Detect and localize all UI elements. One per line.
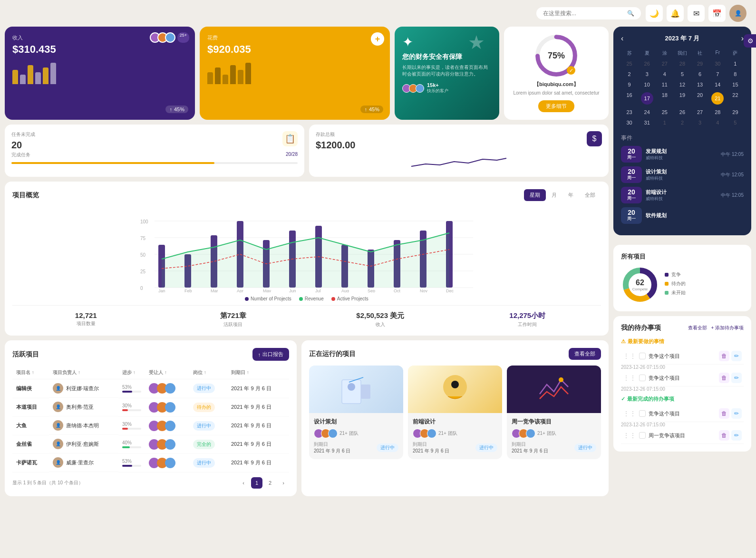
prev-page-button[interactable]: ‹	[238, 477, 249, 489]
cal-day-next[interactable]: 5	[727, 118, 744, 127]
todo-edit-1[interactable]: ✏	[731, 351, 742, 361]
cal-day-current[interactable]: 30	[621, 118, 638, 127]
cal-day-current[interactable]: 18	[656, 90, 673, 106]
event-time: 中午 12:05	[721, 192, 744, 199]
drag-icon-4[interactable]: ⋮⋮	[623, 432, 636, 439]
cal-day-current[interactable]: 3	[639, 69, 655, 79]
table-header: 活跃项目 ↑ 出口报告	[12, 348, 289, 361]
svg-text:100: 100	[140, 219, 148, 224]
project-due-cell: 2021 年 9 月 6 日	[227, 379, 289, 398]
cal-day-next[interactable]: 1	[656, 118, 673, 127]
cal-day-current[interactable]: 25	[656, 107, 673, 117]
project-status-cell: 完全的	[189, 435, 227, 453]
team-count: 21+ 团队	[438, 430, 457, 437]
drag-icon-1[interactable]: ⋮⋮	[623, 352, 636, 360]
cal-day-current[interactable]: 7	[709, 69, 726, 79]
cal-day-current[interactable]: 4	[656, 69, 673, 79]
project-name-cell: 编辑侠	[12, 379, 49, 398]
cal-day-current[interactable]: 29	[727, 107, 744, 117]
cal-day-next[interactable]: 3	[692, 118, 708, 127]
todo-delete-2[interactable]: 🗑	[719, 373, 729, 383]
cal-day-prev[interactable]: 28	[674, 59, 690, 68]
svg-text:Feb: Feb	[184, 289, 192, 292]
bar-6	[50, 63, 56, 84]
calendar-button[interactable]: 📅	[708, 5, 726, 22]
cal-day-current[interactable]: 1	[727, 59, 744, 68]
event-name: 发展规划	[646, 148, 717, 155]
todo-text-1: 竞争这个项目	[649, 353, 716, 360]
prev-month-button[interactable]: ‹	[621, 34, 623, 43]
cal-day-current[interactable]: 31	[639, 118, 655, 127]
cal-day-current[interactable]: 15	[727, 80, 744, 89]
cal-day-prev[interactable]: 30	[709, 59, 726, 68]
cal-day-current[interactable]: 21	[709, 90, 726, 106]
todo-checkbox-3[interactable]	[639, 410, 646, 417]
todo-delete-4[interactable]: 🗑	[719, 430, 729, 441]
export-button[interactable]: ↑ 出口报告	[252, 348, 290, 361]
cal-day-current[interactable]: 22	[727, 90, 744, 106]
team-row: 21+ 团队	[413, 429, 497, 438]
todo-edit-2[interactable]: ✏	[731, 373, 742, 383]
task-label: 任务未完成	[11, 131, 298, 138]
cal-day-prev[interactable]: 26	[639, 59, 655, 68]
todo-delete-3[interactable]: 🗑	[719, 408, 729, 419]
cal-day-prev[interactable]: 27	[656, 59, 673, 68]
cal-day-current[interactable]: 20	[692, 90, 708, 106]
cal-day-current[interactable]: 26	[674, 107, 690, 117]
tab-all[interactable]: 全部	[579, 189, 601, 201]
cal-day-current[interactable]: 19	[674, 90, 690, 106]
cal-day-current[interactable]: 14	[709, 80, 726, 89]
todo-edit-4[interactable]: ✏	[731, 430, 742, 441]
project-assignee-cell	[145, 416, 189, 435]
settings-button[interactable]: ⚙	[744, 34, 756, 48]
cal-day-current[interactable]: 13	[692, 80, 708, 89]
cal-day-current[interactable]: 12	[674, 80, 690, 89]
view-all-button[interactable]: 查看全部	[569, 348, 601, 360]
due-value: 2021 年 9 月 6 日	[314, 448, 350, 454]
mail-button[interactable]: ✉	[688, 5, 705, 22]
todo-delete-1[interactable]: 🗑	[719, 351, 729, 361]
cal-day-current[interactable]: 8	[727, 69, 744, 79]
cal-day-current[interactable]: 28	[709, 107, 726, 117]
todo-edit-3[interactable]: ✏	[731, 408, 742, 419]
page-1-button[interactable]: 1	[251, 477, 262, 489]
todo-checkbox-1[interactable]	[639, 353, 646, 359]
tab-month[interactable]: 月	[546, 189, 562, 201]
view-all-todo-link[interactable]: 查看全部	[688, 325, 707, 331]
cal-day-current[interactable]: 2	[621, 69, 638, 79]
tab-week[interactable]: 星期	[524, 189, 546, 201]
cal-day-current[interactable]: 27	[692, 107, 708, 117]
cal-day-current[interactable]: 9	[621, 80, 638, 89]
drag-icon-2[interactable]: ⋮⋮	[623, 374, 636, 382]
cal-day-current[interactable]: 16	[621, 90, 638, 106]
todo-checkbox-2[interactable]	[639, 375, 646, 381]
cal-day-current[interactable]: 5	[674, 69, 690, 79]
todo-text-3: 竞争这个项目	[649, 410, 716, 417]
events-title: 事件	[621, 134, 744, 142]
cal-day-current[interactable]: 10	[639, 80, 655, 89]
search-input[interactable]	[543, 10, 623, 17]
next-page-button[interactable]: ›	[278, 477, 289, 489]
cal-day-next[interactable]: 2	[674, 118, 690, 127]
cal-day-current[interactable]: 24	[639, 107, 655, 117]
drag-icon-3[interactable]: ⋮⋮	[623, 410, 636, 417]
cal-day-next[interactable]: 4	[709, 118, 726, 127]
add-todo-link[interactable]: + 添加待办事项	[711, 325, 744, 331]
add-expense-button[interactable]: +	[371, 32, 384, 46]
search-bar[interactable]: 🔍	[536, 7, 641, 19]
cal-day-current[interactable]: 17	[639, 90, 655, 106]
stat-hours-label: 工作时间	[454, 321, 601, 328]
avatar[interactable]: 👤	[729, 5, 746, 22]
cal-day-current[interactable]: 11	[656, 80, 673, 89]
cal-day-current[interactable]: 6	[692, 69, 708, 79]
tab-year[interactable]: 年	[562, 189, 579, 201]
detail-button[interactable]: 更多细节	[538, 100, 574, 112]
cal-day-current[interactable]: 23	[621, 107, 638, 117]
page-2-button[interactable]: 2	[264, 477, 276, 489]
notification-button[interactable]: 🔔	[667, 5, 684, 22]
dark-mode-button[interactable]: 🌙	[646, 5, 663, 22]
cal-day-prev[interactable]: 29	[692, 59, 708, 68]
todo-checkbox-4[interactable]	[639, 432, 646, 439]
revenue-card: 收入 25+ $310.435 ↑45%	[5, 27, 195, 120]
cal-day-prev[interactable]: 25	[621, 59, 638, 68]
